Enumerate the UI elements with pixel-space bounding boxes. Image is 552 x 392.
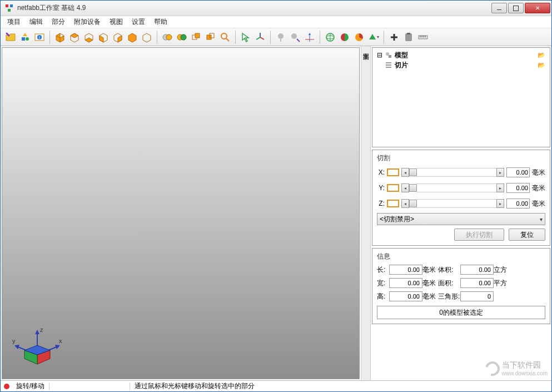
- plus-icon[interactable]: [387, 31, 401, 44]
- slider-right-icon[interactable]: ▸: [496, 183, 504, 192]
- cube-right-icon[interactable]: [111, 31, 125, 44]
- cut-value-input[interactable]: [506, 199, 530, 209]
- cut-toggle[interactable]: [387, 200, 399, 207]
- menu-device[interactable]: 附加设备: [69, 16, 105, 28]
- globe-icon[interactable]: [324, 31, 337, 44]
- menu-view[interactable]: 视图: [105, 16, 127, 28]
- svg-point-17: [221, 33, 227, 39]
- svg-text:z: z: [40, 326, 43, 333]
- menu-help[interactable]: 帮助: [150, 16, 172, 28]
- svg-text:y: y: [12, 338, 16, 344]
- expand-icon[interactable]: ⊟: [377, 51, 382, 59]
- info-label: 三角形:: [438, 292, 460, 301]
- svg-point-24: [291, 33, 297, 39]
- svg-rect-36: [405, 33, 412, 41]
- add-part-icon[interactable]: [18, 31, 32, 44]
- window-title: netfabb工作室 基础 4.9: [17, 3, 490, 13]
- execute-cut-button[interactable]: 执行切割: [454, 229, 504, 241]
- sphere1-icon[interactable]: [161, 31, 174, 44]
- slider-thumb[interactable]: [409, 184, 417, 192]
- cut-slider[interactable]: ◂ ▸: [401, 199, 504, 208]
- cut-slider[interactable]: ◂ ▸: [401, 168, 504, 177]
- info-panel: 信息 长: 0.00 毫米 体积: 0.00 立方宽: 0.00 毫米 面积: …: [372, 248, 550, 324]
- axis-move-icon[interactable]: [253, 31, 267, 44]
- gray-ball-icon[interactable]: [274, 31, 287, 44]
- svg-marker-44: [35, 330, 39, 334]
- tree-item-slice[interactable]: ⊟ 切片: [375, 60, 548, 70]
- zoom-icon[interactable]: [218, 31, 232, 44]
- slider-thumb[interactable]: [409, 168, 417, 176]
- menu-edit[interactable]: 编辑: [25, 16, 47, 28]
- slider-right-icon[interactable]: ▸: [496, 168, 504, 177]
- info-unit: 平方: [494, 279, 509, 288]
- info-value: 0: [460, 291, 494, 301]
- project-tree[interactable]: ⊟ 模型 ⊟ 切片: [372, 47, 550, 147]
- close-button[interactable]: [525, 3, 550, 13]
- triangle-dd-icon[interactable]: [367, 31, 380, 44]
- clipboard-icon[interactable]: [402, 31, 415, 44]
- svg-rect-14: [195, 33, 200, 38]
- svg-point-22: [278, 33, 284, 39]
- pie-icon[interactable]: [352, 31, 366, 44]
- boxes1-icon[interactable]: [190, 31, 203, 44]
- cube-top-icon[interactable]: [68, 31, 81, 44]
- open-icon[interactable]: [4, 31, 17, 44]
- cube-left-icon[interactable]: [97, 31, 110, 44]
- cube-iso-icon[interactable]: [53, 31, 67, 44]
- reset-cut-button[interactable]: 复位: [509, 229, 545, 241]
- menubar: 项目 编辑 部分 附加设备 视图 设置 帮助: [1, 16, 551, 28]
- maximize-button[interactable]: [508, 3, 524, 13]
- boxes2-icon[interactable]: [204, 31, 217, 44]
- svg-rect-2: [8, 9, 11, 12]
- tree-item-model[interactable]: ⊟ 模型: [375, 50, 548, 60]
- svg-marker-27: [309, 33, 311, 35]
- gray-ball-dir-icon[interactable]: [289, 31, 302, 44]
- info-label: 长:: [377, 265, 389, 275]
- slider-left-icon[interactable]: ◂: [401, 168, 409, 177]
- cube-bottom-icon[interactable]: [82, 31, 96, 44]
- cut-unit: 毫米: [532, 168, 545, 177]
- slider-right-icon[interactable]: ▸: [496, 199, 504, 208]
- info-icon[interactable]: i: [33, 31, 46, 44]
- cut-slider[interactable]: ◂ ▸: [401, 183, 504, 192]
- viewport-3d[interactable]: z x y: [2, 47, 360, 379]
- cut-value-input[interactable]: [506, 183, 530, 193]
- svg-rect-4: [22, 37, 25, 41]
- slider-thumb[interactable]: [409, 200, 417, 207]
- svg-rect-38: [419, 36, 427, 39]
- axis-tool-icon[interactable]: [303, 31, 316, 44]
- sphere2-icon[interactable]: [175, 31, 188, 44]
- tree-label: 模型: [395, 51, 408, 60]
- cube-front-icon[interactable]: [126, 31, 139, 44]
- svg-rect-15: [207, 35, 211, 39]
- menu-settings[interactable]: 设置: [127, 16, 150, 28]
- select-icon[interactable]: [239, 31, 252, 44]
- redgreen-ball-icon[interactable]: [338, 31, 351, 44]
- cut-mode-dropdown[interactable]: <切割禁用>: [377, 213, 545, 225]
- menu-part[interactable]: 部分: [47, 16, 69, 28]
- cut-axis-label: Z:: [377, 200, 385, 207]
- cut-unit: 毫米: [532, 183, 545, 193]
- toolbar: i: [1, 28, 551, 46]
- cut-toggle[interactable]: [387, 184, 399, 192]
- status-mode: 旋转/移动: [13, 381, 48, 391]
- ruler-icon[interactable]: [416, 31, 430, 44]
- slider-left-icon[interactable]: ◂: [401, 199, 409, 208]
- svg-point-5: [26, 37, 29, 41]
- menu-project[interactable]: 项目: [3, 16, 25, 28]
- cube-back-icon[interactable]: [140, 31, 153, 44]
- cut-value-input[interactable]: [506, 167, 530, 177]
- svg-text:i: i: [39, 35, 40, 40]
- svg-line-20: [260, 37, 264, 39]
- svg-point-10: [166, 34, 172, 40]
- cut-toggle[interactable]: [387, 168, 399, 176]
- cut-row-x: X: ◂ ▸ 毫米: [377, 166, 545, 178]
- svg-marker-32: [369, 34, 376, 39]
- app-icon: [5, 4, 14, 13]
- minimize-button[interactable]: [491, 3, 507, 13]
- right-panel: ⊟ 模型 ⊟ 切片 切割 X: ◂ ▸ 毫米Y: ◂: [371, 46, 551, 380]
- shapes-icon: [385, 51, 392, 59]
- vertical-tab-text[interactable]: 文字图案: [361, 46, 371, 380]
- slider-left-icon[interactable]: ◂: [401, 183, 409, 192]
- info-value: 0.00: [389, 278, 422, 288]
